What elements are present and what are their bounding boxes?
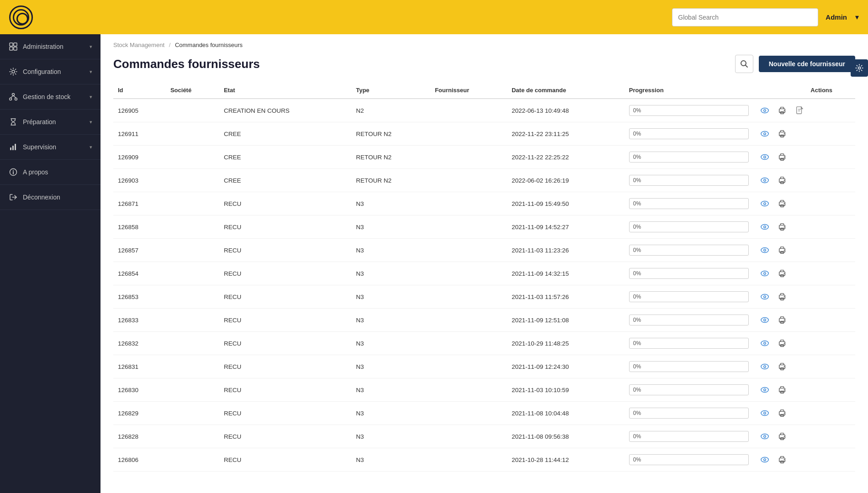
- sidebar: Administration ▾ Configuration ▾: [0, 34, 101, 493]
- view-button[interactable]: [758, 127, 772, 141]
- view-button[interactable]: [758, 243, 772, 257]
- view-button[interactable]: [758, 383, 772, 397]
- print-button[interactable]: [775, 267, 789, 280]
- svg-point-62: [764, 296, 766, 298]
- svg-point-46: [761, 225, 768, 230]
- svg-point-19: [858, 67, 861, 69]
- cell-etat: RECU: [219, 262, 351, 285]
- search-button[interactable]: [735, 55, 753, 73]
- header-actions: Nouvelle cde fournisseur: [735, 55, 855, 73]
- cell-societe: [166, 378, 219, 402]
- cell-etat: CREATION EN COURS: [219, 99, 351, 122]
- table-settings-button[interactable]: [851, 59, 868, 77]
- sidebar-item-a-propos[interactable]: A propos: [0, 160, 101, 185]
- print-button[interactable]: [775, 150, 789, 164]
- print-button[interactable]: [775, 313, 789, 327]
- print-button[interactable]: [775, 220, 789, 234]
- cell-id: 126833: [113, 309, 166, 332]
- new-order-button[interactable]: Nouvelle cde fournisseur: [759, 56, 855, 72]
- sidebar-supervision-caret: ▾: [90, 144, 92, 150]
- svg-point-41: [761, 201, 768, 206]
- col-fournisseur: Fournisseur: [430, 82, 507, 99]
- view-button[interactable]: [758, 197, 772, 210]
- view-button[interactable]: [758, 290, 772, 304]
- cell-actions: [753, 192, 855, 215]
- svg-point-77: [764, 366, 766, 368]
- cell-actions: [753, 355, 855, 378]
- svg-point-97: [764, 459, 766, 461]
- view-button[interactable]: [758, 406, 772, 420]
- cell-date: 2021-11-09 12:51:08: [507, 309, 625, 332]
- sidebar-item-configuration[interactable]: Configuration ▾: [0, 59, 101, 84]
- cell-type: RETOUR N2: [351, 146, 430, 169]
- view-button[interactable]: [758, 430, 772, 443]
- print-button[interactable]: [775, 127, 789, 141]
- svg-point-91: [761, 434, 768, 439]
- cell-etat: RECU: [219, 378, 351, 402]
- cell-date: 2022-06-02 16:26:19: [507, 169, 625, 192]
- cell-id: 126828: [113, 425, 166, 448]
- cell-id: 126854: [113, 262, 166, 285]
- print-button[interactable]: [775, 290, 789, 304]
- sidebar-configuration-label: Configuration: [23, 68, 90, 75]
- print-button[interactable]: [775, 104, 789, 117]
- print-button[interactable]: [775, 430, 789, 443]
- progress-bar-wrapper: 0%: [629, 198, 749, 209]
- progress-label: 0%: [633, 294, 641, 300]
- svg-rect-12: [15, 144, 16, 150]
- progress-bar-wrapper: 0%: [629, 175, 749, 186]
- svg-point-42: [764, 203, 766, 205]
- sidebar-item-supervision[interactable]: Supervision ▾: [0, 135, 101, 160]
- cell-type: N3: [351, 425, 430, 448]
- sidebar-item-administration[interactable]: Administration ▾: [0, 34, 101, 59]
- cell-date: 2022-06-13 10:49:48: [507, 99, 625, 122]
- cell-etat: CREE: [219, 169, 351, 192]
- table-row: 126909 CREE RETOUR N2 2022-11-22 22:25:2…: [113, 146, 855, 169]
- sidebar-item-preparation[interactable]: Préparation ▾: [0, 110, 101, 135]
- print-button[interactable]: [775, 360, 789, 373]
- cell-fournisseur: [430, 309, 507, 332]
- print-button[interactable]: [775, 243, 789, 257]
- cell-actions: [753, 262, 855, 285]
- col-progression: Progression: [625, 82, 754, 99]
- global-search-input[interactable]: [672, 8, 818, 26]
- sidebar-item-deconnexion[interactable]: Déconnexion: [0, 185, 101, 210]
- view-button[interactable]: [758, 336, 772, 350]
- table-row: 126832 RECU N3 2021-10-29 11:48:25 0%: [113, 332, 855, 355]
- print-button[interactable]: [775, 406, 789, 420]
- doc-button[interactable]: [793, 104, 806, 117]
- view-button[interactable]: [758, 220, 772, 234]
- view-button[interactable]: [758, 104, 772, 117]
- svg-point-24: [784, 110, 785, 111]
- col-actions: Actions: [753, 82, 855, 99]
- cell-progression: 0%: [625, 146, 754, 169]
- cell-progression: 0%: [625, 192, 754, 215]
- print-button[interactable]: [775, 383, 789, 397]
- cell-societe: [166, 122, 219, 146]
- view-button[interactable]: [758, 173, 772, 187]
- settings-icon: [8, 67, 18, 77]
- print-button[interactable]: [775, 336, 789, 350]
- cell-progression: 0%: [625, 309, 754, 332]
- cell-etat: CREE: [219, 146, 351, 169]
- view-button[interactable]: [758, 150, 772, 164]
- svg-point-7: [15, 98, 17, 100]
- cell-date: 2021-11-08 09:56:38: [507, 425, 625, 448]
- print-button[interactable]: [775, 197, 789, 210]
- print-button[interactable]: [775, 173, 789, 187]
- cell-progression: 0%: [625, 378, 754, 402]
- progress-bar-wrapper: 0%: [629, 408, 749, 419]
- svg-point-90: [784, 413, 785, 414]
- table-body: 126905 CREATION EN COURS N2 2022-06-13 1…: [113, 99, 855, 472]
- cell-id: 126871: [113, 192, 166, 215]
- cell-progression: 0%: [625, 448, 754, 472]
- print-button[interactable]: [775, 453, 789, 467]
- cell-etat: RECU: [219, 285, 351, 309]
- view-button[interactable]: [758, 313, 772, 327]
- view-button[interactable]: [758, 453, 772, 467]
- view-button[interactable]: [758, 267, 772, 280]
- cell-date: 2021-11-03 10:10:59: [507, 378, 625, 402]
- view-button[interactable]: [758, 360, 772, 373]
- sidebar-item-gestion-de-stock[interactable]: Gestion de stock ▾: [0, 84, 101, 110]
- sidebar-apropos-label: A propos: [23, 168, 92, 176]
